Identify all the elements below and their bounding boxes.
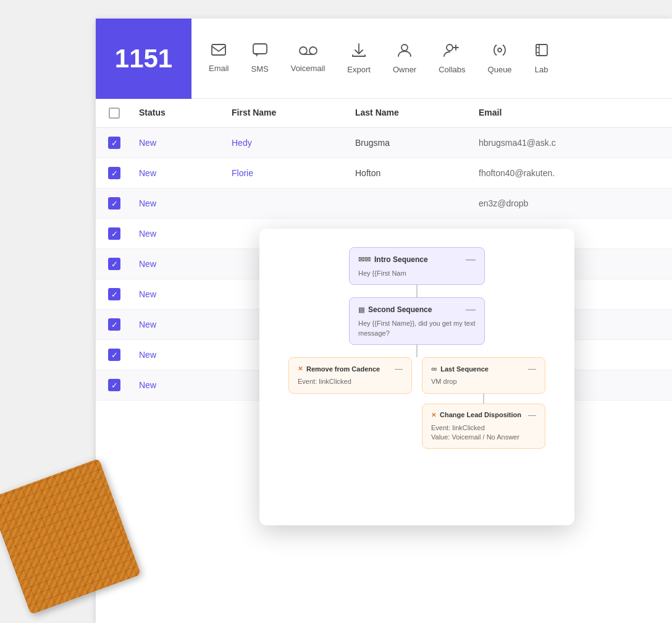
owner-button[interactable]: Owner: [382, 36, 427, 80]
row-checkbox-3[interactable]: ✓: [96, 227, 133, 240]
header-firstname: First Name: [225, 108, 349, 119]
last-sequence-node: ∞ Last Sequence — VM drop: [422, 357, 545, 393]
second-node-title: ▤ Second Sequence —: [358, 304, 476, 315]
change-menu[interactable]: —: [528, 410, 536, 420]
checked-checkbox-6[interactable]: ✓: [108, 318, 120, 331]
change-icon: ✕: [431, 412, 436, 418]
intro-sequence-node: ✉ Intro Sequence — Hey {{First Nam: [349, 247, 485, 285]
row-checkbox-5[interactable]: ✓: [96, 288, 133, 300]
change-node-title: ✕ Change Lead Disposition —: [431, 410, 536, 420]
email-button[interactable]: Email: [198, 38, 240, 79]
change-label: Change Lead Disposition: [440, 411, 521, 418]
row-lastname-1: Hofton: [349, 168, 472, 178]
row-status-4: New: [133, 259, 225, 269]
last-menu[interactable]: —: [528, 364, 536, 373]
row-lastname-0: Brugsma: [349, 138, 472, 148]
row-status-8: New: [133, 380, 225, 390]
lab-icon: [534, 43, 549, 61]
table-row: ✓ New Florie Hofton fhofton40@rakuten.: [96, 158, 672, 189]
svg-rect-0: [212, 44, 225, 55]
svg-rect-1: [253, 44, 267, 54]
change-body: Event: linkClicked Value: Voicemail / No…: [431, 423, 536, 443]
svg-point-2: [300, 47, 307, 54]
sms-button[interactable]: SMS: [240, 37, 280, 80]
last-body: VM drop: [431, 377, 536, 386]
svg-point-6: [447, 44, 453, 51]
remove-node-title: ✕ Remove from Cadence —: [298, 364, 403, 373]
checked-checkbox-1[interactable]: ✓: [108, 167, 120, 179]
svg-rect-8: [536, 44, 547, 56]
row-checkbox-4[interactable]: ✓: [96, 258, 133, 270]
queue-label: Queue: [488, 65, 512, 74]
row-firstname-1: Florie: [225, 168, 349, 178]
checked-checkbox-4[interactable]: ✓: [108, 258, 120, 270]
row-checkbox-2[interactable]: ✓: [96, 197, 133, 210]
header-checkbox[interactable]: [96, 108, 133, 119]
voicemail-icon: [299, 44, 317, 60]
table-row: ✓ New en3z@dropb: [96, 189, 672, 219]
row-status-1: New: [133, 168, 225, 178]
row-status-7: New: [133, 350, 225, 360]
last-node-title: ∞ Last Sequence —: [431, 364, 536, 373]
collabs-icon: [443, 43, 461, 61]
row-email-1: fhofton40@rakuten.: [472, 168, 672, 178]
email-node-icon: ✉: [358, 255, 371, 264]
connector-3: [483, 394, 484, 404]
last-icon: ∞: [431, 364, 437, 373]
second-sequence-node: ▤ Second Sequence — Hey {{First Name}}, …: [349, 297, 485, 345]
lab-button[interactable]: Lab: [523, 36, 560, 80]
export-button[interactable]: Export: [336, 36, 382, 80]
row-email-2: en3z@dropb: [472, 198, 672, 208]
connector-2: [416, 345, 418, 357]
checked-checkbox-2[interactable]: ✓: [108, 197, 120, 210]
row-checkbox-8[interactable]: ✓: [96, 379, 133, 391]
email-label: Email: [209, 64, 229, 73]
checked-checkbox-3[interactable]: ✓: [108, 227, 120, 240]
header-status: Status: [133, 108, 225, 119]
remove-icon: ✕: [298, 365, 303, 372]
row-status-3: New: [133, 229, 225, 239]
second-node-menu[interactable]: —: [466, 304, 476, 315]
svg-point-5: [401, 44, 408, 51]
row-checkbox-7[interactable]: ✓: [96, 349, 133, 361]
checked-checkbox-0[interactable]: ✓: [108, 137, 120, 149]
connector-1: [416, 285, 418, 297]
table-header: Status First Name Last Name Email: [96, 99, 672, 128]
intro-node-menu[interactable]: —: [466, 254, 476, 265]
row-status-6: New: [133, 320, 225, 329]
owner-icon: [397, 43, 412, 61]
toolbar-actions: Email SMS V: [191, 36, 566, 80]
row-status-5: New: [133, 289, 225, 299]
second-node-label: Second Sequence: [368, 305, 432, 314]
sms-icon: [253, 43, 267, 61]
checked-checkbox-5[interactable]: ✓: [108, 288, 120, 300]
collabs-label: Collabs: [439, 65, 465, 74]
checked-checkbox-7[interactable]: ✓: [108, 349, 120, 361]
remove-label: Remove from Cadence: [306, 365, 380, 373]
row-checkbox-6[interactable]: ✓: [96, 318, 133, 331]
intro-node-body: Hey {{First Nam: [358, 269, 476, 278]
collabs-button[interactable]: Collabs: [427, 36, 476, 80]
queue-icon: [492, 43, 507, 61]
lead-count: 1151: [115, 44, 172, 74]
row-checkbox-1[interactable]: ✓: [96, 167, 133, 179]
lab-label: Lab: [535, 65, 548, 74]
intro-node-title: ✉ Intro Sequence —: [358, 254, 476, 265]
intro-node-label: Intro Sequence: [374, 255, 428, 264]
svg-point-3: [309, 47, 317, 54]
queue-button[interactable]: Queue: [477, 36, 523, 80]
remove-body: Event: linkClicked: [298, 377, 403, 386]
table-row: ✓ New Hedy Brugsma hbrugsma41@ask.c: [96, 128, 672, 158]
voicemail-label: Voicemail: [291, 64, 326, 73]
sms-node-icon: ▤: [358, 306, 364, 314]
voicemail-button[interactable]: Voicemail: [280, 38, 337, 79]
remove-menu[interactable]: —: [395, 364, 403, 373]
row-checkbox-0[interactable]: ✓: [96, 137, 133, 149]
last-label: Last Sequence: [440, 365, 489, 373]
change-node: ✕ Change Lead Disposition — Event: linkC…: [422, 404, 545, 449]
email-icon: [211, 44, 226, 60]
select-all-checkbox[interactable]: [109, 108, 120, 119]
checked-checkbox-8[interactable]: ✓: [108, 379, 120, 391]
row-firstname-0: Hedy: [225, 138, 349, 148]
export-icon: [352, 43, 366, 61]
